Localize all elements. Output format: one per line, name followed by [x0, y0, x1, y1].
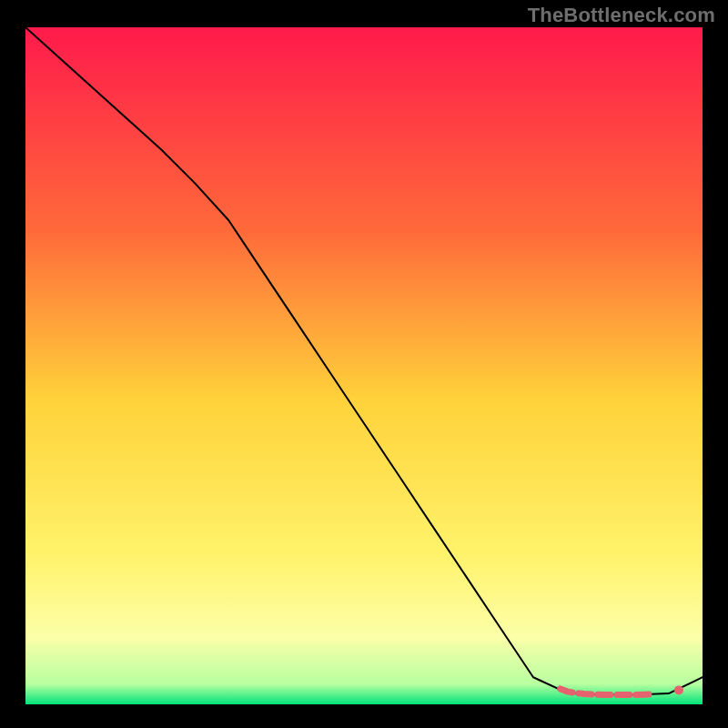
chart-frame: TheBottleneck.com	[0, 0, 728, 728]
gradient-background	[25, 27, 703, 704]
chart-plot-area	[25, 27, 703, 704]
chart-svg	[25, 27, 703, 704]
marker-optimal-point	[674, 685, 683, 694]
watermark-text: TheBottleneck.com	[528, 4, 715, 27]
